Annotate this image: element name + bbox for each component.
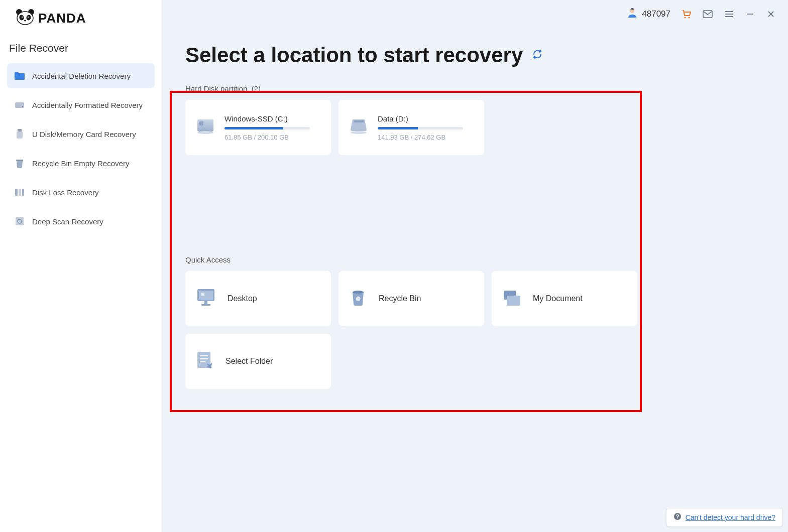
- sidebar-item-formatted[interactable]: Accidentally Formatted Recovery: [7, 92, 155, 117]
- svg-point-31: [197, 131, 213, 134]
- svg-rect-11: [17, 131, 23, 139]
- quick-label: Recycle Bin: [379, 294, 421, 303]
- folder-icon: [14, 70, 25, 81]
- sidebar-item-accidental-deletion[interactable]: Accidental Deletion Recovery: [7, 63, 155, 88]
- svg-rect-15: [22, 189, 24, 196]
- sidebar-item-disk-loss[interactable]: Disk Loss Recovery: [7, 180, 155, 205]
- document-icon: [501, 288, 523, 310]
- close-icon[interactable]: [766, 9, 776, 19]
- svg-point-19: [685, 17, 686, 19]
- quick-label: My Document: [533, 294, 583, 303]
- svg-rect-38: [201, 304, 210, 306]
- partition-section-label: Hard Disk partition (2): [185, 84, 765, 93]
- minimize-icon[interactable]: [745, 9, 755, 19]
- quick-access-label: Quick Access: [185, 255, 765, 264]
- sidebar-item-recycle-bin[interactable]: Recycle Bin Empty Recovery: [7, 151, 155, 176]
- svg-rect-14: [19, 189, 21, 196]
- partition-card-c[interactable]: Windows-SSD (C:) 61.85 GB / 200.10 GB: [185, 100, 331, 155]
- usb-icon: [14, 128, 25, 140]
- quick-card-desktop[interactable]: Desktop: [185, 271, 331, 326]
- svg-point-6: [28, 17, 29, 18]
- svg-point-20: [689, 17, 690, 19]
- page-title: Select a location to start recovery: [185, 43, 523, 67]
- partition-name: Data (D:): [378, 114, 475, 123]
- trash-icon: [14, 158, 25, 169]
- svg-rect-13: [15, 189, 18, 196]
- main-area: 487097 Select a location to start recove…: [162, 0, 788, 532]
- disk-loss-icon: [14, 187, 25, 198]
- partition-card-d[interactable]: Data (D:) 141.93 GB / 274.62 GB: [339, 100, 484, 155]
- sidebar-item-label: Accidentally Formatted Recovery: [32, 101, 143, 109]
- svg-rect-30: [199, 121, 203, 125]
- sidebar-item-label: Accidental Deletion Recovery: [32, 72, 131, 80]
- select-folder-icon: [194, 350, 215, 373]
- drive-icon: [14, 99, 25, 110]
- help-icon: ?: [673, 512, 682, 522]
- brand-logo: PANDA: [0, 9, 162, 42]
- sidebar-item-label: Disk Loss Recovery: [32, 188, 99, 197]
- partition-size: 61.85 GB / 200.10 GB: [224, 134, 322, 141]
- sidebar-item-label: U Disk/Memory Card Recovery: [32, 130, 136, 139]
- svg-rect-12: [16, 160, 23, 161]
- user-id: 487097: [642, 9, 670, 19]
- user-chip[interactable]: 487097: [627, 8, 670, 21]
- usage-bar: [224, 127, 310, 129]
- sidebar-item-usb[interactable]: U Disk/Memory Card Recovery: [7, 121, 155, 147]
- svg-point-5: [22, 17, 23, 18]
- svg-point-18: [630, 9, 634, 13]
- svg-point-32: [351, 131, 367, 134]
- recycle-bin-icon: [348, 287, 369, 310]
- brand-text: PANDA: [38, 11, 86, 26]
- partition-name: Windows-SSD (C:): [224, 114, 322, 123]
- svg-rect-10: [18, 129, 22, 131]
- refresh-icon[interactable]: [532, 49, 543, 62]
- mail-icon[interactable]: [703, 9, 713, 19]
- desktop-icon: [194, 287, 217, 310]
- ssd-icon: [194, 115, 216, 140]
- menu-icon[interactable]: [724, 9, 734, 19]
- svg-point-7: [24, 20, 26, 22]
- help-link[interactable]: ? Can't detect your hard drive?: [666, 508, 783, 527]
- help-text[interactable]: Can't detect your hard drive?: [686, 513, 775, 521]
- panda-icon: [15, 9, 35, 27]
- quick-card-recycle-bin[interactable]: Recycle Bin: [339, 271, 484, 326]
- svg-point-39: [353, 291, 364, 294]
- svg-rect-33: [354, 120, 364, 122]
- svg-rect-29: [197, 119, 213, 131]
- quick-label: Select Folder: [226, 357, 273, 366]
- partition-size: 141.93 GB / 274.62 GB: [378, 134, 475, 141]
- svg-rect-16: [16, 217, 24, 225]
- avatar-icon: [627, 8, 638, 21]
- sidebar-item-label: Deep Scan Recovery: [32, 217, 103, 226]
- quick-card-select-folder[interactable]: Select Folder: [185, 334, 331, 389]
- sidebar-item-deep-scan[interactable]: Deep Scan Recovery: [7, 209, 155, 234]
- hdd-icon: [348, 115, 370, 140]
- quick-label: Desktop: [228, 294, 257, 303]
- svg-text:?: ?: [676, 513, 679, 519]
- svg-rect-36: [201, 293, 204, 296]
- svg-rect-35: [199, 291, 213, 300]
- svg-point-9: [22, 106, 23, 107]
- sidebar-item-label: Recycle Bin Empty Recovery: [32, 159, 129, 168]
- svg-rect-37: [204, 301, 207, 304]
- quick-card-my-document[interactable]: My Document: [492, 271, 637, 326]
- svg-rect-8: [15, 102, 24, 108]
- topbar: 487097: [162, 0, 788, 28]
- scan-icon: [14, 216, 25, 227]
- sidebar: PANDA File Recover Accidental Deletion R…: [0, 0, 162, 532]
- cart-icon[interactable]: [682, 9, 692, 19]
- sidebar-title: File Recover: [0, 42, 162, 63]
- usage-bar: [378, 127, 463, 129]
